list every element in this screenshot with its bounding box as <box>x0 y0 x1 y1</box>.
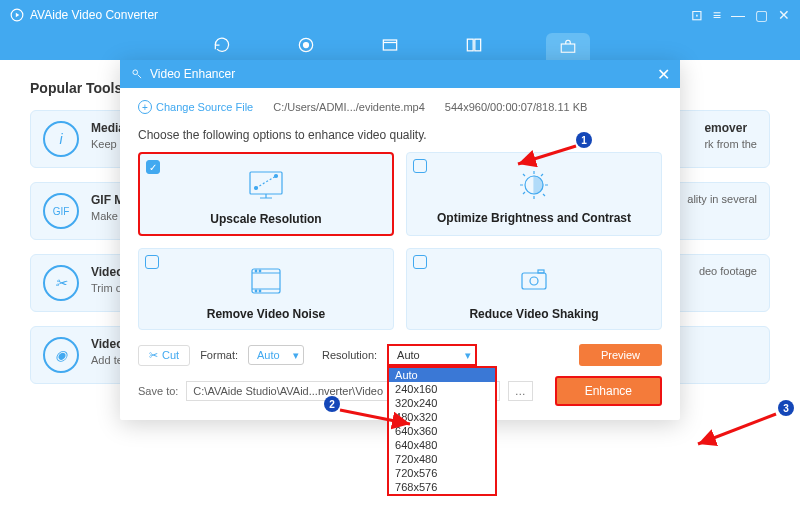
tool-desc: rk from the <box>704 138 757 150</box>
modal-header: Video Enhancer ✕ <box>120 60 680 88</box>
svg-rect-4 <box>467 39 473 51</box>
nav-collage-icon[interactable] <box>462 36 486 54</box>
navbar <box>0 30 800 60</box>
titlebar: AVAide Video Converter ⊡ ≡ — ▢ ✕ <box>0 0 800 30</box>
nav-media-icon[interactable] <box>378 36 402 54</box>
close-icon[interactable]: ✕ <box>657 65 670 84</box>
cut-button[interactable]: ✂Cut <box>138 345 190 366</box>
resolution-select[interactable]: Auto <box>387 344 477 366</box>
svg-point-2 <box>304 43 309 48</box>
gif-icon: GIF <box>43 193 79 229</box>
drop-icon: ◉ <box>43 337 79 373</box>
option-noise[interactable]: Remove Video Noise <box>138 248 394 330</box>
svg-rect-17 <box>522 273 546 289</box>
checkbox-icon[interactable] <box>146 160 160 174</box>
svg-rect-6 <box>561 44 575 52</box>
checkbox-icon[interactable] <box>145 255 159 269</box>
arrow-icon <box>510 142 580 170</box>
svg-rect-19 <box>538 270 544 273</box>
option-label: Optimize Brightness and Contrast <box>417 211 651 225</box>
option-label: Remove Video Noise <box>149 307 383 321</box>
enhance-button[interactable]: Enhance <box>555 376 662 406</box>
save-to-label: Save to: <box>138 385 178 397</box>
tool-title: emover <box>704 121 757 135</box>
messages-icon[interactable]: ⊡ <box>691 7 703 23</box>
app-title: AVAide Video Converter <box>30 8 158 22</box>
minimize-icon[interactable]: — <box>731 7 745 23</box>
tool-desc: deo footage <box>699 265 757 277</box>
change-source-button[interactable]: +Change Source File <box>138 100 253 114</box>
wand-icon <box>130 67 144 81</box>
menu-icon[interactable]: ≡ <box>713 7 721 23</box>
svg-point-14 <box>259 270 261 272</box>
checkbox-icon[interactable] <box>413 255 427 269</box>
option-upscale[interactable]: Upscale Resolution <box>138 152 394 236</box>
scissors-icon: ✂ <box>149 349 158 362</box>
resolution-option[interactable]: 720x480 <box>389 452 495 466</box>
format-select[interactable]: Auto <box>248 345 304 365</box>
svg-point-9 <box>255 187 258 190</box>
modal-title: Video Enhancer <box>150 67 235 81</box>
option-label: Reduce Video Shaking <box>417 307 651 321</box>
info-icon: i <box>43 121 79 157</box>
svg-point-16 <box>259 290 261 292</box>
resolution-option[interactable]: 240x160 <box>389 382 495 396</box>
svg-point-15 <box>255 290 257 292</box>
svg-point-13 <box>255 270 257 272</box>
nav-convert-icon[interactable] <box>210 36 234 54</box>
checkbox-icon[interactable] <box>413 159 427 173</box>
resolution-label: Resolution: <box>322 349 377 361</box>
svg-rect-3 <box>383 40 396 50</box>
svg-point-18 <box>530 277 538 285</box>
source-meta: 544x960/00:00:07/818.11 KB <box>445 101 588 113</box>
resolution-option[interactable]: 768x576 <box>389 480 495 494</box>
option-label: Upscale Resolution <box>150 212 382 226</box>
arrow-icon <box>336 406 416 430</box>
nav-toolbox-icon[interactable] <box>546 33 590 61</box>
format-label: Format: <box>200 349 238 361</box>
resolution-option[interactable]: 640x480 <box>389 438 495 452</box>
annotation-1: 1 <box>576 132 592 148</box>
resolution-option[interactable]: Auto <box>389 368 495 382</box>
resolution-option[interactable]: 720x576 <box>389 466 495 480</box>
preview-button[interactable]: Preview <box>579 344 662 366</box>
svg-point-10 <box>275 175 278 178</box>
svg-rect-5 <box>475 39 481 51</box>
maximize-icon[interactable]: ▢ <box>755 7 768 23</box>
nav-record-icon[interactable] <box>294 36 318 54</box>
tool-desc: ality in several <box>687 193 757 205</box>
source-path: C:/Users/ADMI.../evidente.mp4 <box>273 101 425 113</box>
annotation-3: 3 <box>778 400 794 416</box>
browse-button[interactable]: … <box>508 381 533 401</box>
scissors-icon: ✂ <box>43 265 79 301</box>
app-logo-icon <box>10 8 24 22</box>
resolution-option[interactable]: 750x1334 <box>389 494 495 496</box>
plus-icon: + <box>138 100 152 114</box>
arrow-icon <box>690 410 780 450</box>
video-enhancer-modal: Video Enhancer ✕ +Change Source File C:/… <box>120 60 680 420</box>
annotation-2: 2 <box>324 396 340 412</box>
resolution-dropdown: Auto240x160320x240480x320640x360640x4807… <box>387 366 497 496</box>
svg-point-7 <box>133 70 138 75</box>
option-shaking[interactable]: Reduce Video Shaking <box>406 248 662 330</box>
close-window-icon[interactable]: ✕ <box>778 7 790 23</box>
